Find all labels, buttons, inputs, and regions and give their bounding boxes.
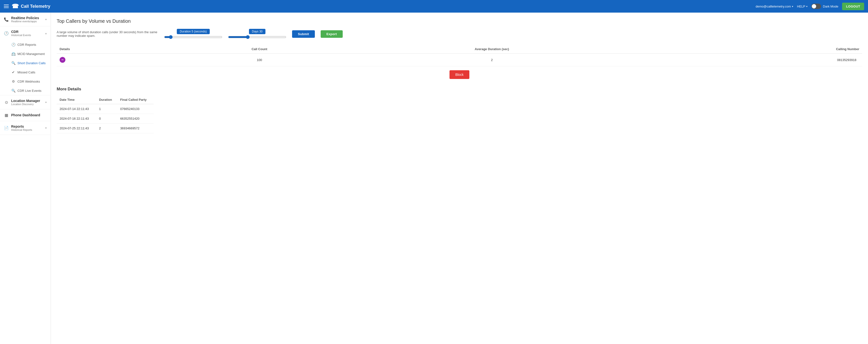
col-call-count: Call Count [178,45,341,54]
detail-date-2: 2024-07-25 22:11:43 [57,124,96,133]
sidebar-section-location-left: ⊙ Location Manager Location Discovery [4,99,40,105]
more-details-section: More Details Date Time Duration Final Ca… [57,87,862,133]
detail-row: 2024-07-25 22:11:43 2 36934669572 [57,124,154,133]
user-chevron-down-icon: ▾ [792,5,793,8]
cdr-subtitle: Historical Events [11,34,31,37]
sidebar-item-missed-calls[interactable]: ✔ Missed Calls [0,68,51,77]
user-menu[interactable]: demo@calltelemetry.com ▾ [755,5,793,8]
submit-button[interactable]: Submit [292,30,315,38]
days-slider-label: Days 30 [249,29,266,34]
table-row: − 100 2 08135293918 [57,54,862,66]
reports-chevron-down-icon: ▾ [45,126,47,130]
details-table: Date Time Duration Final Called Party 20… [57,95,154,133]
sidebar-section-phone-dashboard: ▦ Phone Dashboard [0,109,51,121]
detail-party-0: 07665240133 [117,104,154,114]
detail-date-1: 2024-07-16 22:11:43 [57,114,96,124]
detail-duration-1: 0 [96,114,117,124]
sidebar-section-location: ⊙ Location Manager Location Discovery ▾ [0,95,51,109]
short-duration-label: Short Duration Calls [18,61,45,65]
location-subtitle: Location Discovery [11,103,40,105]
app-title: Call Telemetry [21,4,51,9]
sidebar-item-mcid-management[interactable]: 📇 MCID Management [0,49,51,58]
col-details: Details [57,45,178,54]
location-chevron-down-icon: ▾ [45,101,47,104]
menu-icon[interactable] [4,5,9,8]
mcid-label: MCID Management [18,52,45,56]
col-duration: Duration [96,95,117,104]
phone-dashboard-icon: ▦ [4,113,9,118]
sidebar-section-reports-header[interactable]: 📄 Reports Historical Reports ▾ [0,121,51,135]
sidebar-section-reports-left: 📄 Reports Historical Reports [4,125,32,131]
days-slider-group: Days 30 [228,29,286,39]
sidebar-item-cdr-reports[interactable]: 🕐 CDR Reports [0,40,51,49]
app-logo: ☎ Call Telemetry [11,3,51,10]
realtime-icon: 📞 [4,17,9,22]
callers-table: Details Call Count Average Duration (sec… [57,45,862,66]
detail-duration-2: 2 [96,124,117,133]
duration-slider-label: Duration 5 (seconds) [177,29,210,34]
cdr-live-icon: 🔍 [11,88,16,93]
mcid-icon: 📇 [11,52,16,56]
sidebar-item-short-duration[interactable]: 🔍 Short Duration Calls [0,58,51,68]
dark-mode-toggle[interactable]: Dark Mode [811,4,838,9]
reports-subtitle: Historical Reports [11,128,32,131]
col-avg-duration: Average Duration (sec) [341,45,643,54]
row-detail-icon: − [57,54,178,66]
location-icon: ⊙ [4,100,9,105]
export-button[interactable]: Export [321,30,343,38]
row-call-count: 100 [178,54,341,66]
sidebar-item-cdr-live-events[interactable]: 🔍 CDR Live Events [0,86,51,95]
reports-title: Reports [11,125,32,128]
missed-calls-label: Missed Calls [18,70,35,74]
sidebar-section-realtime-header[interactable]: 📞 Realtime Policies Realtime events/apps… [0,12,51,26]
row-avg-duration: 2 [341,54,643,66]
detail-party-2: 36934669572 [117,124,154,133]
days-slider[interactable] [228,35,286,39]
phone-dashboard-title: Phone Dashboard [11,113,40,117]
app-header: ☎ Call Telemetry demo@calltelemetry.com … [0,0,868,12]
logout-button[interactable]: LOGOUT [842,3,864,10]
sidebar-section-realtime-left: 📞 Realtime Policies Realtime events/apps [4,16,39,23]
main-layout: 📞 Realtime Policies Realtime events/apps… [0,12,868,344]
realtime-chevron-down-icon: ▾ [45,18,47,21]
detail-row: 2024-07-14 22:11:43 1 07665240133 [57,104,154,114]
duration-slider-group: Duration 5 (seconds) [164,29,222,39]
realtime-subtitle: Realtime events/apps [11,20,39,23]
header-right: demo@calltelemetry.com ▾ HELP ▾ Dark Mod… [755,3,864,10]
dark-mode-switch[interactable] [811,4,821,9]
user-email: demo@calltelemetry.com [755,5,791,8]
sidebar-section-reports: 📄 Reports Historical Reports ▾ [0,121,51,135]
sidebar-section-location-header[interactable]: ⊙ Location Manager Location Discovery ▾ [0,95,51,109]
sidebar-section-realtime: 📞 Realtime Policies Realtime events/apps… [0,12,51,26]
col-final-called-party: Final Called Party [117,95,154,104]
duration-slider[interactable] [164,35,222,39]
sidebar-item-cdr-webhooks[interactable]: ⚙ CDR Webhooks [0,77,51,86]
expand-row-icon[interactable]: − [60,57,65,63]
sidebar: 📞 Realtime Policies Realtime events/apps… [0,12,51,344]
controls-row: A large volume of short duration calls (… [57,29,862,39]
callers-table-container: Details Call Count Average Duration (sec… [57,45,862,79]
row-calling-number: 08135293918 [643,54,862,66]
detail-date-0: 2024-07-14 22:11:43 [57,104,96,114]
missed-calls-icon: ✔ [11,70,16,74]
help-label: HELP [797,5,805,8]
sidebar-section-cdr-left: 🕐 CDR Historical Events [4,30,31,37]
main-content: Top Callers by Volume vs Duration A larg… [51,12,868,344]
sidebar-section-cdr: 🕐 CDR Historical Events ▴ 🕐 CDR Reports … [0,26,51,95]
cdr-webhooks-label: CDR Webhooks [18,80,40,83]
sidebar-section-phone-header[interactable]: ▦ Phone Dashboard [0,109,51,121]
help-menu[interactable]: HELP ▾ [797,5,807,8]
detail-party-1: 66352551420 [117,114,154,124]
sidebar-section-cdr-header[interactable]: 🕐 CDR Historical Events ▴ [0,26,51,40]
page-title: Top Callers by Volume vs Duration [57,19,862,24]
cdr-live-label: CDR Live Events [18,89,41,93]
col-date-time: Date Time [57,95,96,104]
dark-mode-label: Dark Mode [823,5,838,8]
block-button[interactable]: Block [450,70,469,79]
detail-row: 2024-07-16 22:11:43 0 66352551420 [57,114,154,124]
cdr-reports-icon: 🕐 [11,42,16,47]
sidebar-section-phone-left: ▦ Phone Dashboard [4,113,40,118]
detail-duration-0: 1 [96,104,117,114]
details-header-row: Date Time Duration Final Called Party [57,95,154,104]
cdr-chevron-up-icon: ▴ [45,32,47,35]
